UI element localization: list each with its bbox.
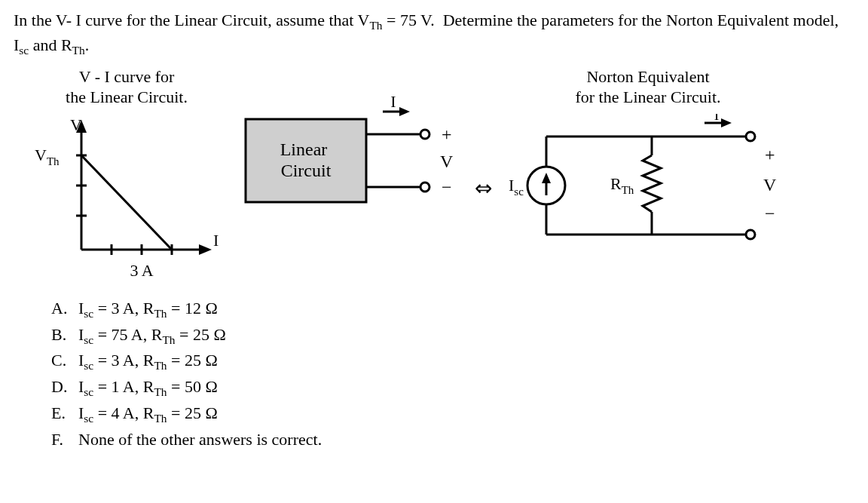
- svg-marker-17: [399, 107, 410, 116]
- rth-label: RTh: [610, 174, 634, 196]
- current-label: I: [390, 97, 396, 111]
- answer-text: Isc = 75 A, RTh = 25 Ω: [78, 323, 226, 349]
- answer-letter: A.: [51, 296, 72, 323]
- x-axis-label: I: [213, 231, 219, 250]
- answer-option: D. Isc = 1 A, RTh = 50 Ω: [51, 375, 854, 401]
- answer-text: Isc = 4 A, RTh = 25 Ω: [78, 401, 218, 428]
- answer-letter: C.: [51, 348, 72, 375]
- isc-label: Isc: [509, 176, 524, 198]
- vi-curve-title: V - I curve forthe Linear Circuit.: [66, 66, 188, 108]
- vth-label: VTh: [35, 146, 60, 167]
- norton-equivalent-figure: Norton Equivalentfor the Linear Circuit.: [509, 66, 787, 265]
- answer-text: Isc = 3 A, RTh = 12 Ω: [78, 296, 218, 323]
- answer-option: E. Isc = 4 A, RTh = 25 Ω: [51, 401, 854, 428]
- answer-list: A. Isc = 3 A, RTh = 12 Ω B. Isc = 75 A, …: [51, 296, 854, 451]
- svg-marker-30: [721, 118, 732, 127]
- vi-curve-figure: V - I curve forthe Linear Circuit.: [29, 66, 225, 287]
- norton-voltage: V: [763, 175, 777, 195]
- norton-svg: Isc RTh I + V −: [509, 114, 787, 265]
- norton-minus: −: [765, 204, 775, 223]
- x-intercept-label: 3 A: [130, 261, 153, 280]
- answer-option: A. Isc = 3 A, RTh = 12 Ω: [51, 296, 854, 323]
- voltage-label: V: [440, 152, 454, 171]
- svg-marker-3: [199, 244, 212, 255]
- answer-letter: E.: [51, 401, 72, 428]
- answer-option: B. Isc = 75 A, RTh = 25 Ω: [51, 323, 854, 349]
- svg-point-19: [746, 132, 755, 141]
- y-axis-label: V: [70, 115, 82, 134]
- answer-option: C. Isc = 3 A, RTh = 25 Ω: [51, 348, 854, 375]
- answer-text: Isc = 3 A, RTh = 25 Ω: [78, 348, 218, 375]
- plus-terminal: +: [442, 124, 452, 144]
- linear-circuit-svg: Linear Circuit I + V −: [232, 97, 458, 232]
- answer-option: F. None of the other answers is correct.: [51, 428, 854, 452]
- figures-row: V - I curve forthe Linear Circuit.: [14, 66, 854, 287]
- answer-text: None of the other answers is correct.: [78, 428, 322, 452]
- answer-letter: B.: [51, 323, 72, 349]
- vi-curve-svg: V VTh I 3 A: [29, 114, 225, 287]
- svg-point-15: [420, 182, 429, 192]
- minus-terminal: −: [442, 177, 452, 197]
- answer-letter: F.: [51, 428, 72, 452]
- norton-current-label: I: [714, 114, 720, 123]
- linear-circuit-figure: Linear Circuit I + V −: [232, 97, 458, 232]
- norton-plus: +: [765, 145, 775, 164]
- answer-text: Isc = 1 A, RTh = 50 Ω: [78, 375, 218, 401]
- norton-title: Norton Equivalentfor the Linear Circuit.: [575, 66, 720, 108]
- svg-point-21: [746, 230, 755, 239]
- question-text: In the V- I curve for the Linear Circuit…: [14, 9, 854, 59]
- equivalence-arrow-icon: ⇔: [466, 176, 501, 201]
- svg-line-10: [81, 155, 172, 250]
- answer-letter: D.: [51, 375, 72, 401]
- svg-point-13: [420, 130, 429, 139]
